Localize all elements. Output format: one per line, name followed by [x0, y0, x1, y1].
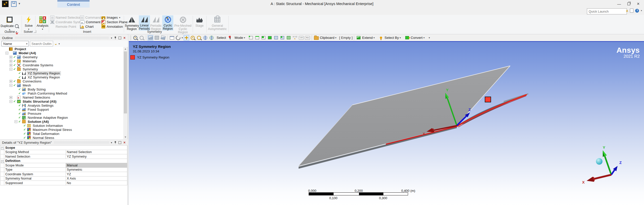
scroll-up-icon[interactable]: ▲ — [123, 47, 128, 51]
mesh-element-face-select-icon[interactable] — [279, 35, 285, 41]
iso-ball-icon[interactable] — [596, 158, 602, 165]
analysis-button[interactable]: 〰▮±ψ Analysis ▾ — [36, 15, 49, 31]
pan-icon[interactable] — [184, 35, 189, 41]
details-pin-icon[interactable] — [114, 141, 116, 144]
toolbar-grip[interactable] — [130, 35, 131, 40]
tree-item-analysis-settings[interactable]: ✓Analysis Settings — [0, 103, 120, 107]
mode-caret-icon[interactable]: ▾ — [244, 36, 245, 39]
toolbar-overflow-caret-icon[interactable]: ▾ — [429, 36, 430, 39]
tree-item-patch-conforming-method[interactable]: ✓Patch Conforming Method — [0, 91, 120, 95]
cyclic-region-button[interactable]: Cyclic Region — [162, 15, 173, 31]
vertex-select-icon[interactable] — [248, 35, 254, 41]
filter-type-combo[interactable]: Name▾ — [2, 41, 29, 46]
details-row[interactable]: Symmetry Normal X Axis — [1, 176, 127, 181]
extend-caret-icon[interactable]: ▾ — [374, 36, 375, 39]
details-row[interactable]: Named Selection YZ Symmetry — [1, 154, 127, 159]
select-by-caret-icon[interactable]: ▾ — [400, 36, 401, 39]
face-select-icon[interactable] — [261, 35, 266, 41]
tree-item-materials[interactable]: +✓Materials — [0, 59, 120, 63]
rotate-icon[interactable] — [175, 35, 181, 41]
quick-launch-input[interactable] — [587, 9, 627, 14]
collapse-icon[interactable]: − — [15, 120, 17, 123]
select-mode-cursor-icon[interactable] — [228, 35, 234, 41]
find-icon[interactable] — [15, 24, 19, 28]
outline-close-icon[interactable]: × — [124, 37, 126, 39]
details-row[interactable]: Scope Mode Manual — [1, 163, 127, 168]
quick-access-caret-icon[interactable]: ▾ — [19, 2, 20, 5]
details-menu-caret-icon[interactable]: ▾ — [111, 141, 112, 144]
details-section-definition[interactable]: − Definition — [1, 159, 127, 163]
tree-item-named-selections[interactable]: +Named Selections — [0, 95, 120, 99]
symmetry-region-button[interactable]: Symmetry Region — [125, 15, 138, 31]
expand-search-icon[interactable]: ⌄ — [54, 42, 57, 46]
solver-dialog-launcher-icon[interactable] — [34, 30, 36, 33]
extend-icon[interactable] — [356, 35, 361, 41]
mesh-element-select-icon[interactable] — [286, 35, 291, 41]
rotate-caret-icon[interactable]: ▾ — [182, 36, 183, 39]
expand-icon[interactable]: + — [10, 80, 12, 83]
duplicate-button[interactable]: Duplicate ▾ — [2, 15, 17, 31]
convert-label[interactable]: Convert — [411, 36, 423, 40]
comment-button[interactable]: Comment — [80, 20, 101, 24]
expand-icon[interactable]: + — [10, 56, 12, 58]
release-notes-icon[interactable] — [630, 9, 633, 13]
annotation-button[interactable]: AbAnnotation — [101, 24, 123, 29]
collapse-icon[interactable]: − — [10, 68, 12, 71]
collapse-icon[interactable]: − — [10, 100, 12, 103]
clipboard-icon[interactable] — [313, 35, 319, 41]
details-row[interactable]: Suppressed No — [1, 181, 127, 185]
clipboard-label[interactable]: Clipboard — [320, 36, 334, 40]
zoom-out-icon[interactable] — [139, 35, 144, 41]
box-zoom-icon[interactable] — [196, 35, 202, 41]
tree-item-fixed-support[interactable]: ✓Fixed Support — [0, 107, 120, 111]
tree-item-coordinate-systems[interactable]: +✓Coordinate Systems — [0, 63, 120, 67]
search-outline-input[interactable] — [30, 41, 53, 46]
minimize-button[interactable]: — — [614, 0, 624, 8]
viewports-icon[interactable] — [169, 35, 175, 41]
tree-item-maximum-principal-stress[interactable]: ✓Maximum Principal Stress — [0, 128, 120, 132]
collapse-icon[interactable]: − — [1, 160, 4, 163]
general-axisymmetric-button[interactable]: General Axisymmetric — [207, 15, 227, 31]
tree-item-symmetry[interactable]: −✓Symmetry — [0, 67, 120, 71]
details-row[interactable]: Coordinate System YZ — [1, 172, 127, 177]
collapse-icon[interactable]: − — [10, 84, 12, 87]
zoom-fit-icon[interactable] — [203, 35, 208, 41]
snap-pick-icon[interactable]: 100 — [298, 35, 304, 41]
tree-item-yz-symmetry-region[interactable]: ✓YZ Symmetry Region — [0, 71, 120, 75]
tree-item-nonlinear-adaptive-region[interactable]: ✓Nonlinear Adaptive Region — [0, 115, 120, 120]
mode-label[interactable]: Mode — [235, 36, 243, 40]
convert-caret-icon[interactable]: ▾ — [423, 36, 425, 39]
expand-icon[interactable]: + — [10, 96, 12, 99]
chart-button[interactable]: Chart — [80, 24, 94, 29]
tree-item-project[interactable]: Project — [0, 47, 120, 51]
outline-scrollbar[interactable]: ▲ ▼ — [123, 47, 128, 139]
tree-item-connections[interactable]: +✓Connections — [0, 79, 120, 83]
symmetry-vertex-marker[interactable] — [485, 97, 491, 102]
orientation-triad[interactable]: Y Z X — [582, 145, 622, 184]
scrollbar-thumb[interactable] — [124, 51, 127, 113]
zoom-mode-icon[interactable]: + — [190, 35, 195, 41]
coordinate-system-button[interactable]: Coordinate System — [50, 20, 85, 24]
coordinate-pick-icon[interactable]: X.Y.Z⌁ — [292, 35, 298, 41]
tree-item-static-structural[interactable]: −✓Static Structural (A5) — [0, 99, 120, 103]
zoom-all-icon[interactable] — [209, 35, 214, 41]
tree-item-solution[interactable]: −✓Solution (A6) — [0, 120, 120, 124]
remote-point-button[interactable]: Remote Point — [50, 24, 76, 29]
images-button[interactable]: Images▾ — [101, 15, 120, 20]
help-caret-icon[interactable]: ▾ — [641, 9, 642, 12]
expand-icon[interactable]: + — [10, 64, 12, 67]
tree-item-xz-symmetry-region[interactable]: ✓XZ Symmetry Region — [0, 75, 120, 79]
filter-options-caret-icon[interactable]: ▾ — [59, 42, 60, 45]
pre-meshed-cyclic-region-button[interactable]: Pre-Meshed Cyclic Region — [174, 15, 192, 34]
tree-item-normal-stress[interactable]: ✓Normal Stress — [0, 136, 120, 139]
tree-item-solution-information[interactable]: ✓Solution Information — [0, 124, 120, 128]
outline-maximize-icon[interactable] — [118, 37, 121, 39]
scroll-down-icon[interactable]: ▼ — [123, 135, 128, 139]
select-by-icon[interactable] — [378, 35, 384, 41]
tree-item-body-sizing[interactable]: ✓Body Sizing — [0, 87, 120, 91]
edge-select-icon[interactable] — [254, 35, 260, 41]
viewport-3d[interactable]: Y Z X Y Z X YZ Symmetry Region 31.08.202… — [129, 41, 644, 205]
linear-periodic-button[interactable]: Linear Periodic — [139, 15, 150, 31]
details-maximize-icon[interactable] — [118, 141, 121, 144]
scene-svg[interactable]: Y Z X Y Z X — [129, 42, 644, 205]
